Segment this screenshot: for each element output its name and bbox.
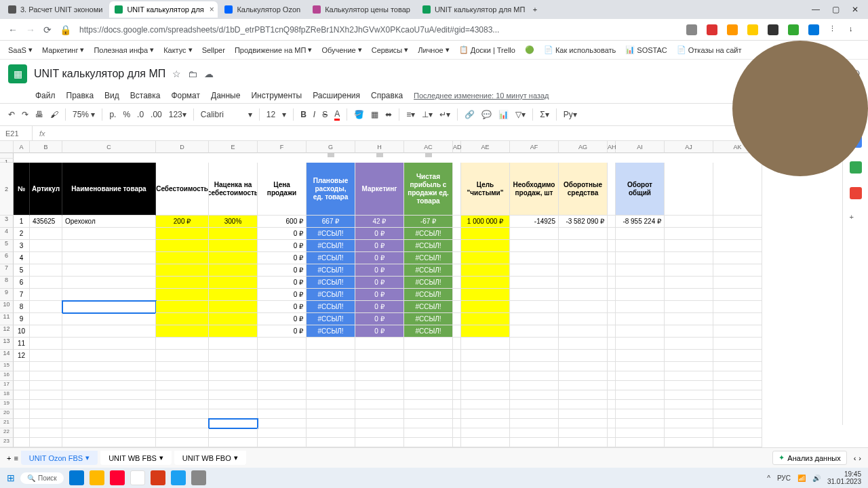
search-input[interactable]: 🔍 Поиск: [20, 472, 64, 484]
table-row[interactable]: 10 8 0 ₽ #ССЫЛ! 0 ₽ #ССЫЛ!: [0, 301, 762, 313]
cloud-icon[interactable]: ☁: [204, 68, 214, 79]
star-icon[interactable]: ☆: [172, 68, 181, 79]
table-row[interactable]: 8 6 0 ₽ #ССЫЛ! 0 ₽ #ССЫЛ!: [0, 277, 762, 289]
start-icon[interactable]: ⊞: [7, 472, 15, 483]
bookmark[interactable]: 📄 Как использовать: [544, 45, 616, 54]
currency-icon[interactable]: р.: [109, 110, 116, 119]
table-row[interactable]: 21: [0, 419, 762, 428]
table-row[interactable]: 6 4 0 ₽ #ССЫЛ! 0 ₽ #ССЫЛ!: [0, 252, 762, 264]
bookmark[interactable]: 📊 SOSTAC: [625, 45, 667, 54]
wifi-icon[interactable]: 📶: [797, 474, 806, 482]
taskbar-icon[interactable]: [171, 470, 186, 485]
undo-icon[interactable]: ↶: [8, 110, 15, 119]
table-row[interactable]: 23: [0, 438, 762, 447]
table-row[interactable]: 4 2 0 ₽ #ССЫЛ! 0 ₽ #ССЫЛ!: [0, 228, 762, 240]
table-row[interactable]: 16: [0, 371, 762, 381]
tab-2[interactable]: Калькулятор Ozon: [219, 1, 306, 18]
borders-icon[interactable]: ▦: [371, 110, 378, 119]
tray-icon[interactable]: ^: [767, 474, 770, 482]
comment-icon[interactable]: 💬: [481, 110, 492, 119]
sheet-tab[interactable]: UNIT Ozon FBS ▾: [21, 451, 98, 465]
ext-icon[interactable]: [747, 24, 758, 35]
table-row[interactable]: 5 3 0 ₽ #ССЫЛ! 0 ₽ #ССЫЛ!: [0, 240, 762, 252]
bookmark[interactable]: SaaS ▾: [8, 45, 33, 54]
font-select[interactable]: Calibri: [201, 110, 241, 119]
bookmark[interactable]: Sellper: [202, 46, 225, 54]
table-row[interactable]: 3 1 435625 Орехокол 200 ₽ 300% 600 ₽ 667…: [0, 216, 762, 228]
taskbar-icon[interactable]: [110, 470, 125, 485]
maximize-icon[interactable]: ▢: [832, 5, 840, 14]
ext-icon[interactable]: [808, 24, 819, 35]
minimize-icon[interactable]: —: [812, 5, 820, 14]
taskbar-icon[interactable]: [191, 470, 206, 485]
sheets-logo-icon[interactable]: ▦: [8, 64, 27, 83]
chrome-icon[interactable]: [130, 470, 145, 485]
chart-icon[interactable]: 📊: [498, 110, 509, 119]
tab-4[interactable]: UNIT калькулятор для МП: [417, 1, 526, 18]
reload-icon[interactable]: ⟳: [43, 24, 52, 35]
clock-time[interactable]: 19:45: [827, 470, 861, 478]
maps-icon[interactable]: [850, 187, 862, 199]
halign-icon[interactable]: ≡▾: [406, 110, 415, 119]
sheet-tab[interactable]: UNIT WB FBO ▾: [174, 451, 246, 465]
close-window-icon[interactable]: ✕: [852, 5, 859, 14]
table-row[interactable]: 12 10 0 ₽ #ССЫЛ! 0 ₽ #ССЫЛ!: [0, 325, 762, 338]
menu-edit[interactable]: Правка: [66, 91, 94, 100]
url-input[interactable]: https://docs.google.com/spreadsheets/d/1…: [79, 25, 678, 35]
back-icon[interactable]: ←: [8, 24, 18, 35]
dec-increase-icon[interactable]: .00: [151, 110, 162, 119]
menu-data[interactable]: Данные: [211, 91, 240, 100]
table-row[interactable]: 15: [0, 362, 762, 371]
ext-icon[interactable]: [788, 24, 799, 35]
bookmark[interactable]: Обучение ▾: [321, 45, 361, 54]
doc-title[interactable]: UNIT калькулятор для МП: [34, 68, 165, 80]
add-icon[interactable]: +: [850, 213, 862, 225]
table-row[interactable]: 14 12: [0, 350, 762, 362]
bookmark[interactable]: Маркетинг ▾: [42, 45, 84, 54]
table-row[interactable]: 7 5 0 ₽ #ССЫЛ! 0 ₽ #ССЫЛ!: [0, 264, 762, 277]
print-icon[interactable]: 🖶: [35, 110, 43, 119]
tab-0[interactable]: 3. Расчет UNIT экономи: [3, 1, 108, 18]
tab-1-active[interactable]: UNIT калькулятор для×: [109, 1, 218, 18]
lang-indicator[interactable]: РУС: [777, 474, 791, 482]
table-row[interactable]: 19: [0, 400, 762, 409]
size-select[interactable]: 12: [267, 110, 275, 119]
valign-icon[interactable]: ⊥▾: [422, 110, 433, 119]
menu-view[interactable]: Вид: [104, 91, 119, 100]
sheet-area[interactable]: A B C D E F G H AC AD AE AF AG AH AI AJ …: [0, 141, 868, 463]
cell-reference[interactable]: E21: [0, 126, 33, 140]
taskbar-icon[interactable]: [90, 470, 104, 485]
bookmark[interactable]: Полезная инфа ▾: [94, 45, 154, 54]
contacts-icon[interactable]: [850, 161, 862, 174]
menu-icon[interactable]: ⋮: [829, 24, 840, 35]
lock-icon[interactable]: 🔒: [60, 24, 71, 35]
wrap-icon[interactable]: ↵▾: [439, 110, 450, 119]
sigma-icon[interactable]: Σ▾: [540, 110, 549, 119]
table-row[interactable]: 20: [0, 409, 762, 419]
bookmark[interactable]: 🟢: [525, 45, 534, 54]
strike-icon[interactable]: S: [322, 110, 328, 119]
scroll-left-icon[interactable]: ‹: [854, 454, 856, 462]
taskbar-icon[interactable]: [151, 470, 165, 485]
table-row[interactable]: 22: [0, 428, 762, 438]
table-row[interactable]: 11 9 0 ₽ #ССЫЛ! 0 ₽ #ССЫЛ!: [0, 313, 762, 325]
format-select[interactable]: 123▾: [169, 110, 186, 119]
download-icon[interactable]: ↓: [849, 24, 860, 35]
percent-icon[interactable]: %: [123, 110, 130, 119]
table-row[interactable]: 9 7 0 ₽ #ССЫЛ! 0 ₽ #ССЫЛ!: [0, 289, 762, 301]
clock-date[interactable]: 31.01.2023: [827, 478, 861, 485]
ext-icon[interactable]: [707, 24, 717, 35]
paint-icon[interactable]: 🖌: [50, 110, 58, 119]
all-sheets-icon[interactable]: ≡: [14, 454, 18, 462]
taskbar-icon[interactable]: [69, 470, 84, 485]
table-row[interactable]: 17: [0, 381, 762, 390]
link-icon[interactable]: 🔗: [465, 110, 475, 119]
bookmark[interactable]: Личное ▾: [418, 45, 449, 54]
tab-3[interactable]: Калькулятор цены товар: [307, 1, 416, 18]
sheet-tab[interactable]: UNIT WB FBS ▾: [100, 451, 172, 465]
textcolor-icon[interactable]: A: [334, 109, 340, 121]
add-sheet-icon[interactable]: +: [7, 454, 11, 462]
scroll-right-icon[interactable]: ›: [859, 454, 861, 462]
ext-icon[interactable]: [727, 24, 738, 35]
volume-icon[interactable]: 🔊: [812, 474, 821, 482]
